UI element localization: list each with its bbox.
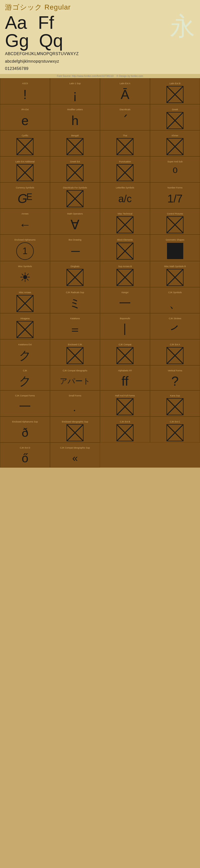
cell-content-13 — [51, 164, 99, 181]
grid-cell-29: Dingbats — [50, 261, 100, 287]
font-title: 游ゴシック Regular — [5, 2, 195, 12]
sym-ff-46: ff — [121, 374, 128, 389]
grid-cell-32: Misc Arrows — [0, 287, 50, 313]
black-square-27 — [167, 243, 183, 259]
xbox-placeholder-29 — [67, 269, 83, 286]
grid-cell-34: Kangxi一 — [100, 287, 150, 313]
cell-label-25: Box Drawing — [69, 236, 81, 241]
grid-cell-35: CJK Symbols、 — [150, 287, 200, 313]
cell-content-39: ㇒ — [151, 321, 199, 338]
sym-char-1: ¡ — [73, 88, 77, 101]
cell-content-15: ⁰ — [151, 164, 199, 181]
sym-currency-16: GE — [18, 192, 33, 205]
grid-cell-10: Thai — [100, 130, 150, 156]
cell-content-25: ─ — [51, 242, 99, 260]
cell-label-0: ASCII — [22, 80, 28, 85]
xbox-placeholder-30 — [117, 269, 133, 286]
cell-content-57: « — [51, 450, 99, 466]
sym-jp-39: ㇒ — [169, 321, 181, 338]
cell-label-45: CJK Compat Ideographs — [63, 367, 87, 372]
grid-cell-17: Diacriticals For Symbols — [50, 182, 100, 209]
grid-cell-55: CJK Ext C — [150, 416, 200, 442]
cell-label-13: Greek Ext — [70, 158, 80, 163]
cell-content-23 — [151, 216, 199, 233]
grid-cell-5: Modifier Lettersh — [50, 104, 100, 130]
sym-jp-44: ク — [19, 373, 31, 389]
cell-content-24: 1 — [1, 242, 49, 260]
cell-label-36: Hiragana — [21, 315, 30, 320]
cell-label-6: Diacriticals — [120, 106, 130, 111]
grid-cell-54: CJK Ext B — [100, 416, 150, 442]
grid-cell-26: Block Elements — [100, 235, 150, 261]
cell-label-50: Half And Full Forms — [115, 392, 135, 397]
cell-label-21: Math Operators — [67, 210, 83, 215]
cell-label-26: Block Elements — [117, 236, 133, 241]
cell-label-1: Latin 1 Sup — [69, 80, 81, 85]
cell-label-41: Enclosed CJK — [68, 341, 82, 346]
preview-ff: Ff — [38, 12, 54, 33]
preview-digits: 0123456789 — [5, 65, 195, 72]
cell-content-31 — [151, 269, 199, 286]
cell-content-19: 1/7 — [151, 190, 199, 207]
credit-text: © Design by fontke.com — [117, 75, 143, 78]
xbox-placeholder-3 — [166, 86, 184, 103]
preview-qq: Qq — [39, 31, 63, 51]
credit-bar: Font Source: http://www.fontke.com/font/… — [0, 74, 200, 78]
cell-label-7: Greek — [172, 106, 178, 111]
grid-cell-15: Super And Sub⁰ — [150, 156, 200, 182]
grid-cell-38: Bopomofo丨 — [100, 313, 150, 339]
preview-aa-ff: Aa Ff — [5, 13, 63, 32]
cell-label-3: Latin Ext B — [169, 80, 181, 85]
grid-cell-53: Enclosed Ideographic Sup — [50, 416, 100, 442]
cell-content-46: ff — [101, 373, 149, 389]
sym-dash-25: ─ — [71, 244, 79, 258]
cell-content-49: ﹒ — [51, 398, 99, 415]
sym-forall-21: ∀ — [71, 217, 80, 232]
xbox-placeholder-7 — [166, 112, 184, 129]
preview-latin-block: Aa Ff Gg Qq — [5, 13, 71, 50]
grid-cell-57: CJK Compat Ideographic Sup« — [50, 442, 100, 468]
cell-label-20: Arrows — [22, 210, 29, 215]
xbox-placeholder-36 — [16, 321, 34, 338]
cell-label-28: Misc Symbols — [18, 263, 32, 268]
cell-content-20: ← — [1, 216, 49, 233]
grid-cell-6: Diacriticalsˊ — [100, 104, 150, 130]
sym-char-0: ! — [23, 88, 27, 101]
cell-content-33: ミ — [51, 295, 99, 312]
grid-cell-13: Greek Ext — [50, 156, 100, 182]
preview-gg-qq: Gg Qq — [5, 32, 63, 50]
grid-cell-1: Latin 1 Sup¡ — [50, 78, 100, 104]
cell-label-31: Misc Math Symbols B — [164, 263, 186, 268]
cell-content-36 — [1, 321, 49, 338]
cell-label-37: Katakana — [70, 315, 80, 320]
grid-cell-52: Enclosed Alphanums Supð — [0, 416, 50, 442]
grid-cell-36: Hiragana — [0, 313, 50, 339]
grid-cell-2: Latin Ext AĀ — [100, 78, 150, 104]
cell-label-57: CJK Compat Ideographic Sup — [60, 444, 90, 449]
cell-label-32: Misc Arrows — [19, 289, 31, 294]
preview-gg: Gg — [5, 31, 29, 51]
grid-cell-25: Box Drawing─ — [50, 235, 100, 261]
grid-cell-19: Number Forms1/7 — [150, 182, 200, 209]
cell-label-40: Katakana Ext — [18, 341, 32, 346]
cell-content-51 — [151, 398, 199, 415]
sym-o-tilde-56: ő — [22, 451, 29, 465]
xbox-placeholder-22 — [117, 216, 133, 233]
char-grid: ASCII!Latin 1 Sup¡Latin Ext AĀLatin Ext … — [0, 78, 200, 468]
grid-cell-22: Misc Technical — [100, 209, 150, 235]
grid-cell-0: ASCII! — [0, 78, 50, 104]
sym-jp-block-45: アパート — [60, 377, 90, 385]
xbox-placeholder-50 — [117, 398, 133, 415]
cell-label-52: Enclosed Alphanums Sup — [12, 418, 38, 423]
cell-label-49: Small Forms — [69, 392, 81, 397]
grid-cell-50: Half And Full Forms — [100, 391, 150, 416]
cell-label-33: CJK Radicals Sup — [66, 289, 84, 294]
xbox-placeholder-17 — [67, 190, 83, 207]
cell-label-48: CJK Compat Forms — [15, 392, 35, 397]
cell-label-44: CJK — [23, 367, 27, 372]
grid-cell-3: Latin Ext B — [150, 78, 200, 104]
grid-cell-16: Currency SymbolsGE — [0, 182, 50, 209]
grid-cell-27: Geometric Shapes — [150, 235, 200, 261]
sym-char-4: e — [22, 114, 29, 127]
cell-content-7 — [151, 112, 199, 129]
